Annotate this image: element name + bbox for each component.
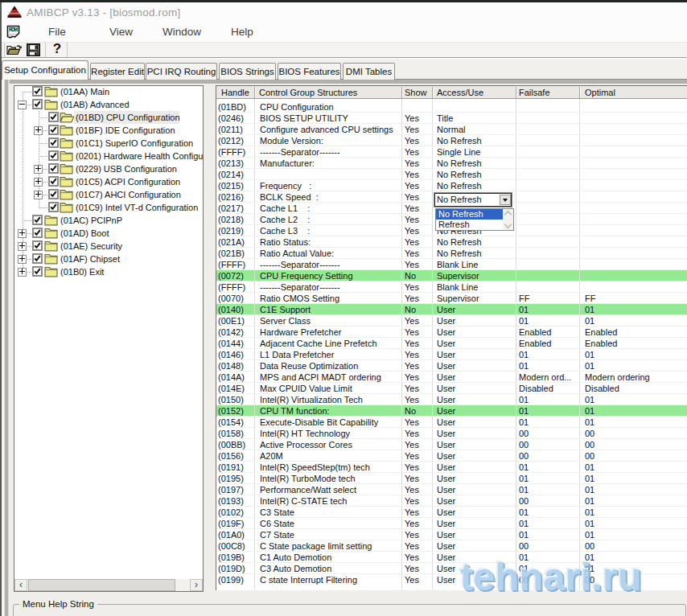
svg-text:ROM: ROM bbox=[9, 27, 18, 32]
